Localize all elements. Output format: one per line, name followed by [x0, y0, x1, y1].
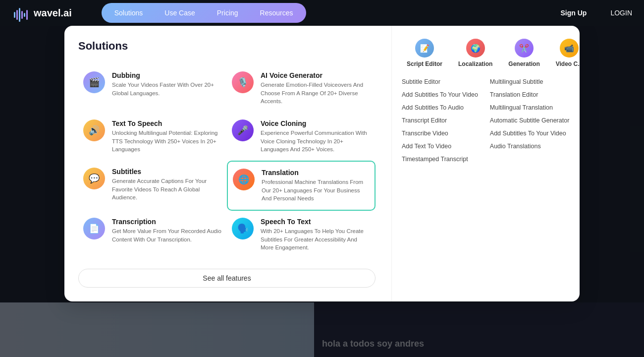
link-translation-editor[interactable]: Translation Editor	[490, 91, 570, 98]
ai-voice-icon: 🎙️	[232, 71, 254, 93]
subtitles-desc: Generate Accurate Captions For Your Favo…	[112, 177, 222, 202]
ai-voice-name: AI Voice Generator	[261, 71, 371, 79]
right-tabs: 📝 Script Editor 🌍 Localization ✂️ Genera…	[402, 36, 570, 70]
svg-rect-2	[16, 10, 18, 20]
translation-icon: 🌐	[233, 169, 255, 190]
nav-use-case[interactable]: Use Case	[154, 6, 206, 20]
stt-icon: 🗣️	[232, 218, 254, 239]
dubbing-name: Dubbing	[112, 71, 222, 79]
stt-desc: With 20+ Languages To Help You Create Su…	[261, 227, 371, 252]
link-add-subtitles-your-video[interactable]: Add Subtitles To Your Video	[490, 130, 570, 137]
dropdown-panel: Solutions 🎬 Dubbing Scale Your Videos Fa…	[64, 26, 580, 301]
tts-name: Text To Speech	[112, 119, 222, 127]
link-audio-translations[interactable]: Audio Translations	[490, 143, 570, 150]
svg-rect-5	[24, 13, 25, 17]
video-c-icon: 📹	[560, 39, 579, 58]
translation-name: Translation	[262, 169, 370, 177]
nav-resources[interactable]: Resources	[249, 6, 304, 20]
stt-name: Speech To Text	[261, 218, 371, 226]
translation-desc: Professional Machine Translations From O…	[262, 178, 370, 203]
navbar: wavel.ai Solutions Use Case Pricing Reso…	[0, 0, 644, 26]
solutions-title: Solutions	[78, 40, 376, 53]
link-add-subtitles-audio[interactable]: Add Subtitles To Audio	[402, 104, 478, 111]
login-link[interactable]: LOGIN	[610, 9, 632, 17]
generation-label: Generation	[508, 60, 539, 67]
link-transcribe-video[interactable]: Transcribe Video	[402, 130, 478, 137]
transcription-icon: 📄	[83, 218, 105, 239]
localization-label: Localization	[458, 60, 492, 67]
signup-button[interactable]: Sign Up	[549, 5, 599, 21]
see-all-button[interactable]: See all features	[78, 269, 376, 288]
tts-icon: 🔊	[83, 119, 105, 141]
logo[interactable]: wavel.ai	[12, 4, 72, 22]
right-links-container: Subtitle Editor Add Subtitles To Your Vi…	[402, 78, 570, 176]
svg-rect-4	[21, 11, 23, 19]
voice-cloning-name: Voice Cloning	[261, 119, 371, 127]
dubbing-icon: 🎬	[83, 71, 105, 93]
logo-icon	[12, 4, 30, 22]
voice-cloning-desc: Experience Powerful Communication With V…	[261, 129, 371, 154]
solution-tts[interactable]: 🔊 Text To Speech Unlocking Multilingual …	[78, 113, 227, 161]
link-add-subtitles-video[interactable]: Add Subtitles To Your Video	[402, 91, 478, 98]
solution-grid: 🎬 Dubbing Scale Your Videos Faster With …	[78, 64, 376, 259]
brand-name: wavel.ai	[34, 7, 72, 19]
transcription-desc: Get More Value From Your Recorded Audio …	[112, 227, 222, 243]
solution-dubbing[interactable]: 🎬 Dubbing Scale Your Videos Faster With …	[78, 64, 227, 113]
video-c-label: Video C...	[556, 60, 580, 67]
link-timestamped-transcript[interactable]: Timestamped Transcript	[402, 156, 478, 163]
solution-stt[interactable]: 🗣️ Speech To Text With 20+ Languages To …	[227, 211, 376, 259]
tab-script-editor[interactable]: 📝 Script Editor	[402, 36, 447, 70]
subtitles-icon: 💬	[83, 168, 105, 189]
right-col-script: Subtitle Editor Add Subtitles To Your Vi…	[402, 78, 478, 176]
tab-generation[interactable]: ✂️ Generation	[503, 36, 544, 70]
solution-transcription[interactable]: 📄 Transcription Get More Value From Your…	[78, 211, 227, 259]
nav-links: Solutions Use Case Pricing Resources	[102, 3, 306, 23]
svg-rect-6	[26, 10, 28, 20]
dubbing-desc: Scale Your Videos Faster With Over 20+ G…	[112, 81, 222, 97]
left-panel: Solutions 🎬 Dubbing Scale Your Videos Fa…	[64, 26, 391, 301]
right-panel: 📝 Script Editor 🌍 Localization ✂️ Genera…	[391, 26, 580, 301]
tts-desc: Unlocking Multilingual Potential: Explor…	[112, 129, 222, 154]
link-transcript-editor[interactable]: Transcript Editor	[402, 117, 478, 124]
localization-icon: 🌍	[466, 39, 485, 58]
link-multilingual-subtitle[interactable]: Multilingual Subtitle	[490, 78, 570, 85]
transcription-name: Transcription	[112, 218, 222, 226]
voice-cloning-icon: 🎤	[232, 119, 254, 141]
nav-pricing[interactable]: Pricing	[206, 6, 249, 20]
tab-localization[interactable]: 🌍 Localization	[453, 36, 497, 70]
subtitles-name: Subtitles	[112, 168, 222, 176]
svg-rect-3	[19, 8, 20, 22]
right-col-localization: Multilingual Subtitle Translation Editor…	[490, 78, 570, 176]
svg-rect-1	[14, 12, 15, 18]
tab-video-c[interactable]: 📹 Video C...	[551, 36, 580, 70]
solution-translation[interactable]: 🌐 Translation Professional Machine Trans…	[227, 161, 376, 211]
solution-ai-voice[interactable]: 🎙️ AI Voice Generator Generate Emotion-F…	[227, 64, 376, 113]
link-add-text-video[interactable]: Add Text To Video	[402, 143, 478, 150]
link-auto-subtitle-gen[interactable]: Automatic Subtitle Generator	[490, 117, 570, 124]
link-subtitle-editor[interactable]: Subtitle Editor	[402, 78, 478, 85]
generation-icon: ✂️	[515, 39, 534, 58]
link-multilingual-translation[interactable]: Multilingual Translation	[490, 104, 570, 111]
nav-right: Sign Up LOGIN	[549, 5, 632, 21]
script-editor-label: Script Editor	[407, 60, 442, 67]
script-editor-icon: 📝	[415, 39, 434, 58]
nav-solutions[interactable]: Solutions	[104, 6, 154, 20]
solution-subtitles[interactable]: 💬 Subtitles Generate Accurate Captions F…	[78, 161, 227, 211]
ai-voice-desc: Generate Emotion-Filled Voiceovers And C…	[261, 81, 371, 106]
solution-voice-cloning[interactable]: 🎤 Voice Cloning Experience Powerful Comm…	[227, 113, 376, 161]
